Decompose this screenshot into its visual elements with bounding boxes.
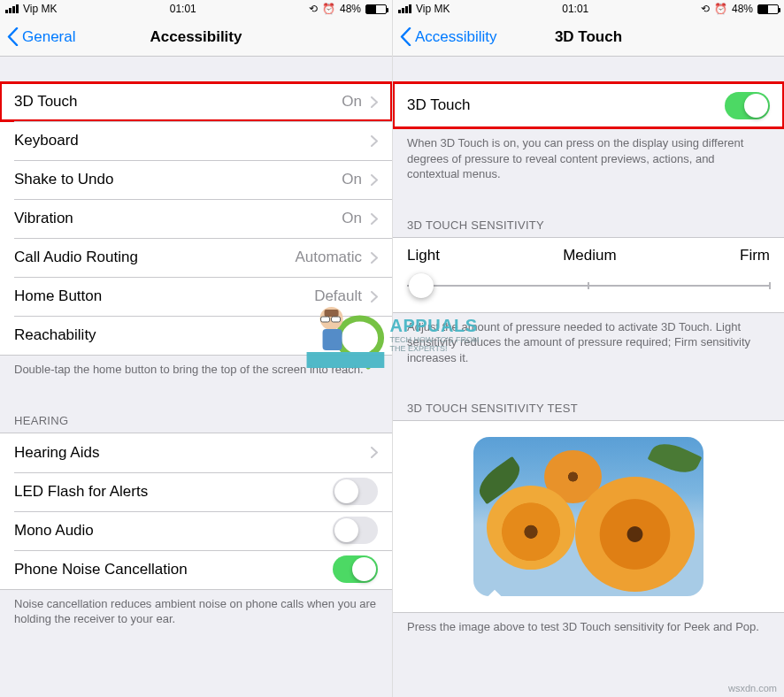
group-header-sensitivity: 3D TOUCH SENSITIVITY: [393, 213, 784, 237]
row-label: Hearing Aids: [14, 444, 371, 462]
clock: 01:01: [562, 3, 588, 15]
row-home-button[interactable]: Home Button Default: [0, 277, 392, 316]
chevron-left-icon: [400, 27, 411, 46]
corner-watermark: wsxdn.com: [728, 683, 777, 693]
row-value: Default: [314, 287, 362, 305]
row-mono-audio[interactable]: Mono Audio: [0, 511, 392, 550]
row-reachability[interactable]: Reachability: [0, 316, 392, 355]
chevron-right-icon: [371, 252, 378, 264]
row-led-flash[interactable]: LED Flash for Alerts: [0, 472, 392, 511]
rotation-lock-icon: ⟲: [309, 3, 318, 15]
alarm-icon: ⏰: [714, 3, 727, 15]
chevron-left-icon: [7, 27, 19, 46]
back-button[interactable]: Accessibility: [400, 27, 497, 46]
slider-thumb[interactable]: [409, 273, 434, 298]
row-label: Home Button: [14, 287, 314, 305]
rotation-lock-icon: ⟲: [701, 3, 710, 15]
slider-label-light: Light: [407, 247, 440, 264]
chevron-right-icon: [371, 96, 378, 108]
row-shake-to-undo[interactable]: Shake to Undo On: [0, 160, 392, 199]
toggle-noise-cancellation[interactable]: [333, 555, 378, 583]
nav-bar: Accessibility 3D Touch: [393, 18, 784, 57]
slider-sensitivity[interactable]: Light Medium Firm: [393, 237, 784, 313]
slider-label-firm: Firm: [740, 247, 770, 264]
row-hearing-aids[interactable]: Hearing Aids: [0, 433, 392, 472]
toggle-3d-touch[interactable]: [725, 92, 770, 119]
battery-icon: [757, 4, 779, 14]
chevron-right-icon: [371, 174, 378, 186]
row-label: Keyboard: [14, 132, 371, 149]
row-label: Phone Noise Cancellation: [14, 561, 333, 578]
group-footer: Noise cancellation reduces ambient noise…: [0, 590, 392, 627]
alarm-icon: ⏰: [322, 3, 335, 15]
row-value: On: [342, 93, 362, 111]
status-bar: Vip MK 01:01 ⟲ ⏰ 48%: [0, 0, 392, 18]
toggle-led-flash[interactable]: [333, 478, 378, 505]
row-noise-cancellation[interactable]: Phone Noise Cancellation: [0, 550, 392, 589]
group-footer: Press the image above to test 3D Touch s…: [393, 613, 784, 635]
screen-accessibility: Vip MK 01:01 ⟲ ⏰ 48% General Accessibili…: [0, 0, 392, 697]
row-label: Vibration: [14, 210, 342, 227]
signal-icon: [398, 4, 411, 13]
battery-percent: 48%: [340, 3, 361, 15]
status-bar: Vip MK 01:01 ⟲ ⏰ 48%: [393, 0, 784, 18]
back-label: General: [22, 28, 75, 46]
chevron-right-icon: [371, 135, 378, 147]
chevron-right-icon: [371, 291, 378, 303]
row-label: Mono Audio: [14, 522, 333, 540]
carrier-label: Vip MK: [23, 3, 57, 15]
carrier-label: Vip MK: [416, 3, 450, 15]
clock: 01:01: [170, 3, 196, 15]
row-value: Automatic: [295, 249, 362, 266]
row-label: Call Audio Routing: [14, 249, 295, 266]
toggle-mono-audio[interactable]: [333, 517, 378, 544]
row-keyboard[interactable]: Keyboard: [0, 121, 392, 160]
screen-3d-touch: Vip MK 01:01 ⟲ ⏰ 48% Accessibility 3D To…: [392, 0, 784, 697]
row-vibration[interactable]: Vibration On: [0, 199, 392, 238]
content-scroll[interactable]: 3D Touch When 3D Touch is on, you can pr…: [393, 57, 784, 697]
signal-icon: [5, 4, 19, 13]
content-scroll[interactable]: 3D Touch On Keyboard Shake to Undo On Vi…: [0, 57, 392, 697]
battery-percent: 48%: [732, 3, 753, 15]
chevron-right-icon: [371, 213, 378, 225]
row-label: 3D Touch: [14, 93, 342, 111]
row-label: Shake to Undo: [14, 171, 342, 188]
slider-label-medium: Medium: [563, 247, 616, 264]
group-header-test: 3D TOUCH SENSITIVITY TEST: [393, 396, 784, 420]
group-header-hearing: HEARING: [0, 409, 392, 433]
nav-bar: General Accessibility: [0, 18, 392, 57]
back-label: Accessibility: [415, 28, 497, 46]
group-footer: Double-tap the home button to bring the …: [0, 356, 392, 378]
row-call-audio-routing[interactable]: Call Audio Routing Automatic: [0, 238, 392, 277]
battery-icon: [365, 4, 387, 14]
chevron-right-icon: [371, 447, 378, 458]
test-image[interactable]: [473, 437, 703, 596]
back-button[interactable]: General: [7, 27, 75, 46]
row-value: On: [342, 210, 362, 227]
row-value: On: [342, 171, 362, 188]
row-label: LED Flash for Alerts: [14, 483, 333, 501]
row-3d-touch-toggle[interactable]: 3D Touch: [393, 82, 784, 128]
row-3d-touch[interactable]: 3D Touch On: [0, 82, 392, 121]
row-label: 3D Touch: [407, 96, 725, 114]
row-label: Reachability: [14, 326, 378, 344]
group-footer: When 3D Touch is on, you can press on th…: [393, 129, 784, 182]
group-footer: Adjust the amount of pressure needed to …: [393, 313, 784, 366]
